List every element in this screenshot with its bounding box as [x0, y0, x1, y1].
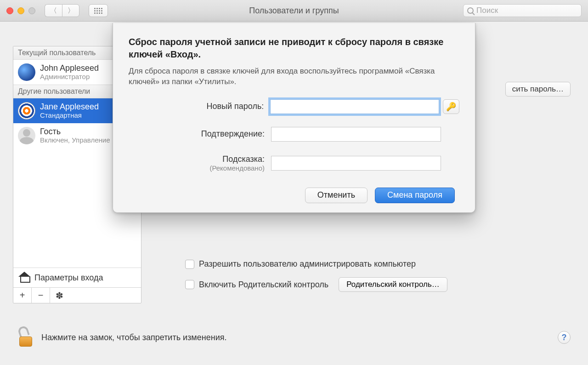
confirm-password-row: Подтверждение: — [129, 127, 459, 142]
user-name: Jane Appleseed — [40, 103, 99, 112]
parental-controls-label: Включить Родительский контроль — [199, 280, 328, 290]
nav-back-button[interactable]: 〈 — [45, 4, 62, 17]
chevron-left-icon: 〈 — [50, 6, 57, 15]
user-role: Администратор — [40, 73, 99, 80]
login-options-label: Параметры входа — [34, 273, 103, 283]
gear-icon: ✽ — [56, 290, 63, 301]
parental-controls-checkbox[interactable] — [185, 280, 194, 289]
reset-password-button[interactable]: сить пароль… — [505, 82, 571, 97]
new-password-input[interactable] — [270, 99, 439, 114]
avatar-target-icon — [18, 102, 35, 120]
search-icon — [467, 7, 474, 14]
chevron-right-icon: 〉 — [68, 6, 74, 15]
allow-admin-row: Разрешить пользователю администрировать … — [185, 259, 575, 269]
cancel-button[interactable]: Отменить — [305, 188, 368, 203]
lock-row: Нажмите на замок, чтобы запретить измене… — [17, 324, 571, 351]
help-button[interactable]: ? — [558, 331, 571, 344]
show-all-prefs-button[interactable] — [89, 4, 108, 17]
search-placeholder: Поиск — [476, 6, 498, 15]
hint-input[interactable] — [271, 156, 441, 171]
change-password-button[interactable]: Смена пароля — [375, 188, 455, 203]
reset-password-sheet: Сброс пароля учетной записи не приводит … — [113, 23, 475, 213]
parental-controls-row: Включить Родительский контроль Родительс… — [185, 277, 575, 292]
remove-user-button[interactable]: − — [32, 288, 50, 303]
lock-icon[interactable] — [17, 328, 34, 347]
avatar-guest-icon — [18, 127, 35, 144]
users-groups-window: 〈 〉 Пользователи и группы Поиск Текущий … — [0, 0, 588, 365]
permission-checkboxes: Разрешить пользователю администрировать … — [185, 259, 575, 300]
sidebar-settings-button[interactable]: ✽ — [50, 288, 68, 303]
search-wrap: Поиск — [463, 4, 582, 17]
new-password-row: Новый пароль: 🔑 — [129, 99, 459, 114]
user-name: Гость — [40, 127, 110, 137]
allow-admin-checkbox[interactable] — [185, 260, 194, 269]
avatar-earth-icon — [18, 63, 35, 81]
login-options-row[interactable]: Параметры входа — [13, 268, 141, 287]
sheet-title: Сброс пароля учетной записи не приводит … — [129, 36, 459, 61]
confirm-password-label: Подтверждение: — [129, 129, 271, 139]
lock-hint-text: Нажмите на замок, чтобы запретить измене… — [41, 333, 226, 342]
sidebar-footer: + − ✽ — [13, 287, 141, 303]
grid-icon — [94, 8, 102, 14]
window-minimize-button[interactable] — [17, 7, 24, 14]
hint-row: Подсказка: (Рекомендовано) — [129, 154, 459, 172]
nav-buttons: 〈 〉 — [45, 4, 79, 17]
window-close-button[interactable] — [6, 7, 13, 14]
window-traffic-lights — [6, 7, 35, 14]
user-name: John Appleseed — [40, 64, 99, 73]
nav-forward-button[interactable]: 〉 — [62, 4, 79, 17]
password-assistant-button[interactable]: 🔑 — [443, 99, 459, 114]
key-icon: 🔑 — [446, 102, 456, 112]
allow-admin-label: Разрешить пользователю администрировать … — [199, 259, 416, 269]
user-role: Стандартная — [40, 111, 99, 119]
window-zoom-button[interactable] — [28, 7, 35, 14]
new-password-label: Новый пароль: — [129, 102, 270, 111]
hint-label: Подсказка: (Рекомендовано) — [129, 154, 271, 172]
add-user-button[interactable]: + — [13, 288, 32, 303]
house-icon — [19, 273, 30, 283]
confirm-password-input[interactable] — [271, 127, 441, 142]
sheet-button-row: Отменить Смена пароля — [129, 188, 459, 203]
open-parental-controls-button[interactable]: Родительский контроль… — [339, 277, 447, 292]
user-role: Включен, Управление — [40, 136, 110, 144]
titlebar: 〈 〉 Пользователи и группы Поиск — [0, 0, 588, 22]
search-input[interactable]: Поиск — [463, 4, 582, 17]
sheet-subtitle: Для сброса пароля в связке ключей для вх… — [129, 66, 459, 87]
